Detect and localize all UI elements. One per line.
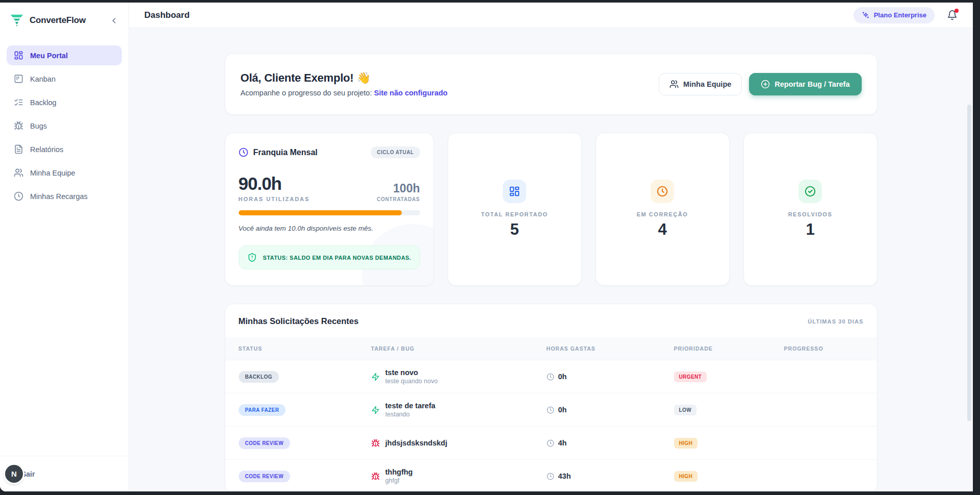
sidebar-item-minha-equipe[interactable]: Minha Equipe [7,163,122,183]
welcome-title: Olá, Cliente Exemplo! 👋 [241,71,448,85]
hours-used: 90.0h HORAS UTILIZADAS [239,174,310,202]
table-row[interactable]: CODE REVIEW jhdsjsdsksndskdj [225,426,877,459]
team-button-label: Minha Equipe [683,80,731,88]
welcome-title-text: Olá, Cliente Exemplo! [241,71,354,84]
task-subtitle: teste quando novo [385,378,438,385]
hours-value: 4h [558,439,567,447]
grid-icon [503,180,526,203]
franchise-progress-fill [239,210,402,215]
hours-used-label: HORAS UTILIZADAS [239,196,310,202]
page-title: Dashboard [144,10,190,20]
bug-icon [14,121,23,131]
priority-badge: LOW [674,405,697,415]
task-title: jhdsjsdsksndskdj [385,439,448,447]
table-row[interactable]: PARA FAZER teste de tarefa testando [225,393,877,426]
col-tarefa: TAREFA / BUG [371,345,547,352]
app-title: ConverteFlow [30,15,86,26]
users-icon [669,80,679,89]
franchise-progress-track [239,210,420,215]
plan-badge-label: Plano Enterprise [874,11,926,19]
franchise-status-text: STATUS: SALDO EM DIA PARA NOVAS DEMANDAS… [263,255,411,261]
avatar[interactable]: N [5,465,23,483]
scrollbar-thumb[interactable] [967,105,971,421]
welcome-actions: Minha Equipe Reportar Bug / Tarefa [659,73,861,95]
site-link[interactable]: Site não configurado [374,89,447,97]
requests-table-card: Minhas Solicitações Recentes ÚLTIMAS 30 … [225,304,878,491]
task-title: tste novo [385,368,438,377]
clock-icon [547,473,554,480]
stat-label: RESOLVIDOS [788,211,833,217]
sidebar-item-label: Meu Portal [30,52,68,60]
sidebar: ConverteFlow Meu Portal Kanban [0,3,129,491]
status-badge: BACKLOG [239,371,279,383]
table-head: Minhas Solicitações Recentes ÚLTIMAS 30 … [225,304,877,337]
content: Olá, Cliente Exemplo! 👋 Acompanhe o prog… [129,28,973,491]
stat-value: 4 [658,220,666,239]
sidebar-item-relatorios[interactable]: Relatórios [7,139,122,159]
task-title: thhgfhg [385,468,413,476]
stat-card-resolvidos: RESOLVIDOS 1 [743,133,878,286]
priority-badge: URGENT [674,372,707,382]
hours-contracted-label: CONTRATADAS [377,196,420,202]
logout-button[interactable]: Sair [21,470,35,478]
sidebar-item-meu-portal[interactable]: Meu Portal [7,45,122,65]
stat-label: EM CORREÇÃO [637,211,688,217]
task-subtitle: testando [385,411,435,418]
zap-icon [371,406,380,414]
shield-alert-icon [247,253,257,262]
col-status: STATUS [239,345,371,352]
zap-icon [371,373,380,381]
sidebar-footer: N Sair [0,456,128,491]
topbar: Dashboard Plano Enterprise [129,3,973,28]
clock-icon [547,439,554,447]
stat-value: 5 [510,220,519,239]
sidebar-item-backlog[interactable]: Backlog [7,92,122,112]
plus-circle-icon [761,80,770,89]
clock-icon [547,406,554,414]
table-column-headers: STATUS TAREFA / BUG HORAS GASTAS PRIORID… [225,337,877,360]
sidebar-item-minhas-recargas[interactable]: Minhas Recargas [7,186,122,206]
sidebar-item-label: Bugs [30,122,47,130]
sidebar-collapse-button[interactable] [108,14,120,27]
dashboard-icon [14,51,23,60]
franchise-card: Franquia Mensal CICLO ATUAL 90.0h HORAS … [225,133,434,286]
sidebar-item-label: Minhas Recargas [30,192,88,201]
sidebar-nav: Meu Portal Kanban Backlog Bugs [0,45,128,206]
col-prioridade: PRIORIDADE [674,345,784,352]
status-badge: CODE REVIEW [239,471,291,482]
check-circle-icon [798,180,822,203]
notification-dot [955,9,959,13]
sidebar-item-label: Backlog [30,98,57,107]
app-logo: ConverteFlow [9,13,108,28]
plan-badge: Plano Enterprise [854,7,935,23]
table-row[interactable]: CODE REVIEW thhgfhg ghfgf [225,459,877,491]
stat-card-total-reportado: TOTAL REPORTADO 5 [448,133,582,286]
funnel-logo-icon [9,13,24,28]
hours-contracted: 100h CONTRATADAS [377,182,420,202]
clock-icon [651,180,674,203]
sidebar-item-label: Relatórios [30,145,63,154]
status-badge: PARA FAZER [239,404,286,416]
sidebar-header: ConverteFlow [0,3,128,38]
status-badge: CODE REVIEW [239,437,291,449]
stats-row: Franquia Mensal CICLO ATUAL 90.0h HORAS … [225,133,878,286]
sparkles-icon [862,11,870,19]
list-checks-icon [14,97,23,107]
kanban-icon [14,74,23,84]
cycle-badge: CICLO ATUAL [371,146,420,158]
task-subtitle: ghfgf [385,477,413,484]
stat-label: TOTAL REPORTADO [481,211,548,217]
main-area: Dashboard Plano Enterprise [129,3,973,491]
team-button[interactable]: Minha Equipe [659,73,742,95]
sidebar-item-kanban[interactable]: Kanban [7,69,122,89]
sidebar-item-bugs[interactable]: Bugs [7,116,122,136]
report-bug-button[interactable]: Reportar Bug / Tarefa [749,73,861,95]
table-row[interactable]: BACKLOG tste novo teste quando novo [225,360,877,393]
hours-value: 43h [558,472,571,480]
col-horas: HORAS GASTAS [547,345,674,352]
col-progresso: PROGRESSO [784,345,864,352]
file-text-icon [14,144,23,154]
table-period: ÚLTIMAS 30 DIAS [808,318,863,325]
notifications-button[interactable] [947,10,958,20]
hours-value: 0h [558,406,567,414]
